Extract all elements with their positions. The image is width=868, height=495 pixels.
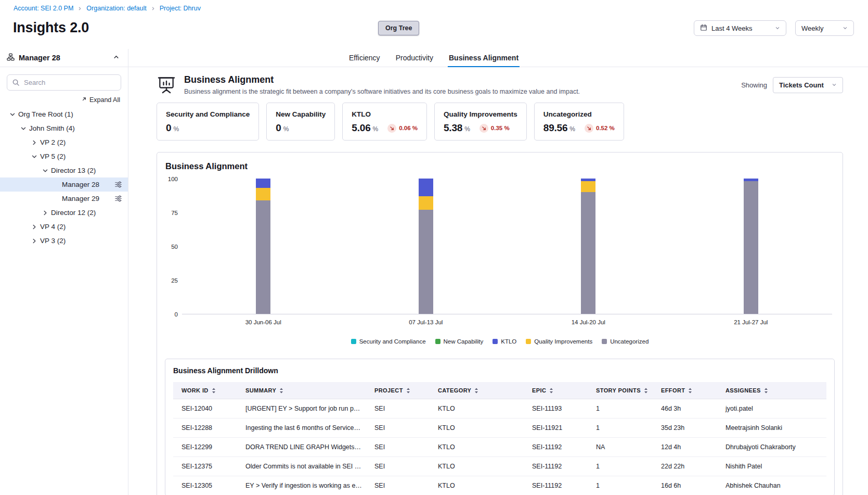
table-row[interactable]: SEI-12288Ingesting the last 6 months of … bbox=[173, 418, 826, 438]
tree-node-director-13-2[interactable]: Director 13 (2) bbox=[0, 163, 128, 177]
stat-card-quality-improvements: Quality Improvements5.38%0.35 % bbox=[434, 103, 527, 141]
cell-work-id: SEI-12299 bbox=[173, 438, 237, 457]
legend-label: New Capability bbox=[444, 338, 484, 345]
column-header-work-id[interactable]: WORK ID bbox=[173, 382, 237, 399]
chevron-down-icon[interactable] bbox=[41, 167, 49, 175]
tree-node-vp-2-2[interactable]: VP 2 (2) bbox=[0, 135, 128, 149]
showing-select[interactable]: Tickets Count bbox=[773, 77, 843, 93]
table-row[interactable]: SEI-12040[URGENT] EY > Support for job r… bbox=[173, 399, 826, 418]
legend-item-security-and-compliance[interactable]: Security and Compliance bbox=[351, 338, 426, 345]
chevron-down-icon[interactable] bbox=[30, 153, 38, 161]
legend-item-new-capability[interactable]: New Capability bbox=[435, 338, 484, 345]
column-header-label: EFFORT bbox=[661, 387, 685, 394]
calendar-icon bbox=[700, 24, 707, 33]
cell-effort: 46d 3h bbox=[653, 399, 717, 418]
bar-segment-uncategorized[interactable] bbox=[581, 192, 595, 314]
breadcrumb-link-account-sei-2-0-pm[interactable]: Account: SEI 2.0 PM bbox=[14, 5, 73, 12]
org-tree-button[interactable]: Org Tree bbox=[378, 21, 419, 35]
tree-node-manager-28[interactable]: Manager 28 bbox=[0, 177, 128, 192]
tree-node-vp-4-2[interactable]: VP 4 (2) bbox=[0, 220, 128, 234]
trend-down-icon bbox=[480, 124, 488, 133]
bar-segment-uncategorized[interactable] bbox=[419, 210, 433, 314]
chevron-right-icon[interactable] bbox=[41, 209, 49, 217]
chart-title: Business Alignment bbox=[157, 153, 843, 171]
column-header-label: PROJECT bbox=[374, 387, 403, 394]
bar-30-jun-06-jul[interactable] bbox=[256, 179, 270, 314]
bar-slot bbox=[345, 179, 508, 314]
x-axis-label: 21 Jul-27 Jul bbox=[670, 319, 833, 325]
table-row[interactable]: SEI-12375Older Commits is not available … bbox=[173, 457, 826, 476]
chevron-right-icon[interactable] bbox=[30, 138, 38, 147]
expand-icon bbox=[81, 96, 87, 104]
date-range-select[interactable]: Last 4 Weeks bbox=[694, 20, 786, 36]
bar-segment-quality-improvements[interactable] bbox=[581, 181, 595, 192]
org-tree: Org Tree Root (1)John Smith (4)VP 2 (2)V… bbox=[0, 107, 128, 253]
column-header-story-points[interactable]: STORY POINTS bbox=[588, 382, 653, 399]
filter-settings-icon[interactable] bbox=[114, 195, 122, 202]
stat-card-unit: % bbox=[173, 125, 179, 133]
stat-card-title: Uncategorized bbox=[543, 110, 615, 118]
tree-node-director-12-2[interactable]: Director 12 (2) bbox=[0, 206, 128, 220]
chevron-down-icon[interactable] bbox=[8, 110, 17, 119]
chart-area: 0255075100 bbox=[164, 179, 832, 314]
legend-label: Security and Compliance bbox=[359, 338, 426, 345]
stat-card-ktlo: KTLO5.06%0.06 % bbox=[342, 103, 427, 141]
bar-segment-quality-improvements[interactable] bbox=[419, 196, 433, 210]
org-tree-sidebar: Manager 28 Expand All Org Tree Root (1)J… bbox=[0, 49, 128, 495]
tree-node-label: Director 13 (2) bbox=[51, 167, 96, 174]
tree-node-vp-5-2[interactable]: VP 5 (2) bbox=[0, 149, 128, 163]
header-controls: Last 4 Weeks Weekly bbox=[694, 20, 854, 36]
tab-business-alignment[interactable]: Business Alignment bbox=[448, 49, 520, 67]
stat-cards-row: Security and Compliance0%New Capability0… bbox=[157, 103, 843, 141]
column-header-project[interactable]: PROJECT bbox=[366, 382, 430, 399]
table-row[interactable]: SEI-12299DORA TREND LINE GRAPH Widgets i… bbox=[173, 438, 826, 457]
breadcrumb-link-project-dhruv[interactable]: Project: Dhruv bbox=[160, 5, 201, 12]
org-hierarchy-icon bbox=[7, 53, 15, 63]
bar-segment-quality-improvements[interactable] bbox=[256, 188, 270, 200]
cell-assignees: Abhishek Chauhan bbox=[717, 476, 826, 495]
legend-item-ktlo[interactable]: KTLO bbox=[493, 338, 516, 345]
bar-14-jul-20-jul[interactable] bbox=[581, 179, 595, 314]
column-header-category[interactable]: CATEGORY bbox=[430, 382, 524, 399]
tab-productivity[interactable]: Productivity bbox=[395, 49, 434, 67]
tree-node-john-smith-4[interactable]: John Smith (4) bbox=[0, 121, 128, 135]
section-header: Business Alignment Business alignment is… bbox=[157, 74, 843, 95]
tree-node-org-tree-root-1[interactable]: Org Tree Root (1) bbox=[0, 107, 128, 121]
bar-segment-uncategorized[interactable] bbox=[256, 200, 270, 314]
legend-item-quality-improvements[interactable]: Quality Improvements bbox=[526, 338, 592, 345]
tree-node-manager-29[interactable]: Manager 29 bbox=[0, 192, 128, 206]
search-input[interactable] bbox=[7, 74, 121, 91]
column-header-assignees[interactable]: ASSIGNEES bbox=[717, 382, 826, 399]
column-header-summary[interactable]: SUMMARY bbox=[237, 382, 366, 399]
tree-node-label: VP 4 (2) bbox=[40, 223, 66, 231]
trend-delta-value: 0.06 % bbox=[399, 125, 418, 131]
granularity-select[interactable]: Weekly bbox=[795, 20, 854, 36]
tabs: EfficiencyProductivityBusiness Alignment bbox=[348, 49, 520, 67]
presentation-chart-icon bbox=[157, 75, 176, 95]
breadcrumb-link-organization-default[interactable]: Organization: default bbox=[86, 5, 146, 12]
expand-all-button[interactable]: Expand All bbox=[8, 96, 120, 104]
legend-swatch bbox=[602, 339, 607, 344]
cell-effort: 22d 22h bbox=[653, 457, 717, 476]
bar-slot bbox=[507, 179, 670, 314]
bar-07-jul-13-jul[interactable] bbox=[419, 179, 433, 314]
column-header-epic[interactable]: EPIC bbox=[524, 382, 588, 399]
x-axis-label: 30 Jun-06 Jul bbox=[182, 319, 345, 325]
bar-21-jul-27-jul[interactable] bbox=[744, 179, 758, 314]
legend-item-uncategorized[interactable]: Uncategorized bbox=[602, 338, 649, 345]
legend-label: Quality Improvements bbox=[534, 338, 592, 345]
filter-settings-icon[interactable] bbox=[114, 181, 122, 188]
sort-icon bbox=[212, 388, 216, 394]
bar-segment-uncategorized[interactable] bbox=[744, 181, 758, 314]
chevron-right-icon[interactable] bbox=[30, 223, 38, 231]
tree-node-vp-3-2[interactable]: VP 3 (2) bbox=[0, 234, 128, 248]
collapse-sidebar-button[interactable] bbox=[111, 52, 121, 64]
table-row[interactable]: SEI-12305EY > Verify if ingestion is wor… bbox=[173, 476, 826, 495]
column-header-effort[interactable]: EFFORT bbox=[653, 382, 717, 399]
bar-segment-ktlo[interactable] bbox=[256, 179, 270, 188]
cell-summary: EY > Verify if ingestion is working as e… bbox=[237, 476, 366, 495]
chevron-right-icon[interactable] bbox=[30, 237, 38, 245]
tab-efficiency[interactable]: Efficiency bbox=[348, 49, 381, 67]
bar-segment-ktlo[interactable] bbox=[419, 179, 433, 196]
chevron-down-icon[interactable] bbox=[19, 124, 28, 133]
